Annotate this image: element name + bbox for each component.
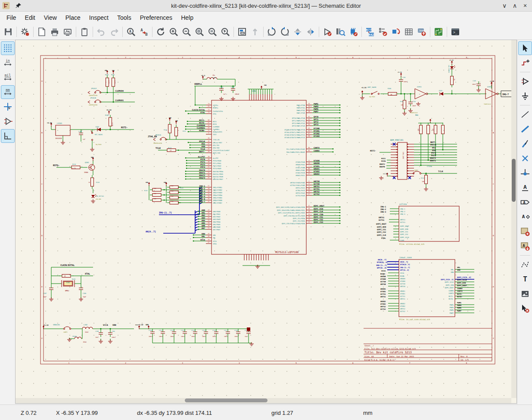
mirror-h-button[interactable]	[304, 25, 317, 38]
update-symbols-button[interactable]	[389, 25, 402, 38]
svg-text:VDD: VDD	[169, 117, 171, 119]
junction-button[interactable]	[518, 166, 532, 180]
maximize-button[interactable]: ∧	[510, 0, 520, 11]
schematic-drawing[interactable]: 1122334455667788AABBCCDDEEFFSheet: /File…	[16, 40, 516, 403]
horizontal-scroll-thumb[interactable]	[185, 398, 268, 402]
zoom-selection-button[interactable]	[219, 25, 232, 38]
zoom-in-button[interactable]	[167, 25, 180, 38]
edit-symbol-button[interactable]	[321, 25, 334, 38]
zoom-objects-button[interactable]	[206, 25, 219, 38]
svg-text:80: 80	[208, 174, 210, 176]
svg-text:VCCA: VCCA	[103, 324, 108, 326]
window-title: kit-dev-coldfire-xilinx_5213 [kit-dev-co…	[0, 3, 532, 9]
hier-label-button[interactable]: A	[518, 210, 532, 224]
svg-text:IRQ-[1..7]: IRQ-[1..7]	[400, 266, 410, 269]
undo-icon	[96, 27, 106, 37]
svg-text:PST3/PDD3: PST3/PDD3	[213, 168, 221, 170]
global-label-button[interactable]: A	[518, 195, 532, 209]
find-replace-button[interactable]: AB	[137, 25, 150, 38]
svg-text:A: A	[523, 244, 525, 248]
schematic-canvas[interactable]: 1122334455667788AABBCCDDEEFFSheet: /File…	[15, 40, 517, 404]
hier-sheet-button[interactable]	[518, 225, 532, 238]
svg-text:BDM_PORT101: BDM_PORT101	[390, 139, 404, 142]
unit-in-button[interactable]: in	[1, 56, 15, 70]
page-setup-button[interactable]	[35, 25, 48, 38]
toolbar-separator	[152, 27, 152, 37]
delete-button[interactable]	[518, 302, 532, 315]
zoom-out-button[interactable]	[180, 25, 193, 38]
place-power-button[interactable]	[518, 89, 532, 103]
menu-place[interactable]: Place	[62, 13, 84, 22]
paste-button[interactable]	[78, 25, 91, 38]
find-button[interactable]: A	[124, 25, 137, 38]
menu-preferences[interactable]: Preferences	[136, 13, 176, 22]
svg-text:AN1: AN1	[202, 212, 205, 214]
net-label-button[interactable]: A	[518, 181, 532, 195]
menu-edit[interactable]: Edit	[21, 13, 39, 22]
svg-text:DDAT0: DDAT0	[199, 169, 205, 171]
svg-text:30: 30	[208, 137, 210, 139]
svg-text:1: 1	[68, 56, 70, 59]
vertical-scroll-thumb[interactable]	[512, 159, 516, 202]
draw-lines-button[interactable]	[518, 258, 532, 272]
pcb-editor-button[interactable]	[432, 25, 445, 38]
print-button[interactable]	[48, 25, 61, 38]
ortho-drawing-button[interactable]	[1, 129, 15, 143]
browse-symbols-button[interactable]	[334, 25, 347, 38]
zoom-page-button[interactable]	[193, 25, 206, 38]
erc-icon	[378, 27, 388, 37]
mirror-v-button[interactable]	[291, 25, 304, 38]
hierarchy-button[interactable]	[236, 25, 249, 38]
horizontal-scrollbar[interactable]	[16, 398, 511, 403]
svg-text:R110: R110	[144, 190, 147, 191]
menu-view[interactable]: View	[40, 13, 61, 22]
save-button[interactable]	[2, 25, 15, 38]
svg-text:MCON-: MCON-	[199, 130, 205, 132]
no-connect-button[interactable]	[518, 151, 532, 165]
bom-button[interactable]: .bom	[415, 25, 428, 38]
find-replace-icon: AB	[139, 27, 149, 37]
refresh-button[interactable]	[154, 25, 167, 38]
minimize-button[interactable]: ∨	[499, 0, 510, 11]
leave-sheet-button[interactable]	[249, 25, 261, 38]
rotate-ccw-button[interactable]	[265, 25, 278, 38]
unit-mil-button[interactable]: mil	[1, 71, 15, 84]
svg-text:DTIN[0..3]: DTIN[0..3]	[400, 263, 410, 266]
grid-button[interactable]	[1, 41, 15, 55]
vertical-scrollbar[interactable]	[511, 40, 516, 398]
erc-button[interactable]	[376, 25, 389, 38]
bus-entry-button[interactable]	[518, 137, 532, 151]
hidden-pins-button[interactable]	[1, 114, 15, 128]
highlight-net-button[interactable]	[518, 56, 532, 70]
edit-footprint-button[interactable]	[347, 25, 360, 38]
unit-mm-button[interactable]: mm	[1, 85, 15, 99]
wire-button[interactable]	[518, 108, 532, 121]
settings-button[interactable]	[19, 25, 31, 38]
annotate-button[interactable]: R??R42	[364, 25, 376, 38]
close-button[interactable]: ×	[520, 0, 530, 11]
menu-file[interactable]: File	[3, 13, 20, 22]
console-button[interactable]: >_	[449, 25, 462, 38]
menu-inspect[interactable]: Inspect	[85, 13, 112, 22]
text-button[interactable]: T	[518, 272, 532, 286]
svg-text:URTS1: URTS1	[380, 296, 386, 298]
bus-button[interactable]	[518, 122, 532, 136]
menu-help[interactable]: Help	[177, 13, 197, 22]
svg-text:4.7K: 4.7K	[108, 80, 110, 83]
plot-button[interactable]	[61, 25, 74, 38]
rotate-cw-button[interactable]	[278, 25, 291, 38]
svg-text:>_: >_	[453, 31, 457, 34]
cursor-shape-button[interactable]	[1, 100, 15, 114]
image-button[interactable]	[518, 287, 532, 301]
menu-tools[interactable]: Tools	[113, 13, 135, 22]
svg-text:13: 13	[308, 219, 310, 220]
svg-text:10K: 10K	[171, 190, 174, 192]
place-symbol-button[interactable]	[518, 74, 532, 88]
undo-button[interactable]	[95, 25, 108, 38]
sheet-pin-button[interactable]: A	[518, 239, 532, 253]
svg-text:DDAT1: DDAT1	[430, 160, 436, 162]
fields-table-button[interactable]	[402, 25, 415, 38]
svg-text:42: 42	[208, 127, 210, 129]
select-button[interactable]	[518, 41, 532, 55]
redo-button[interactable]	[108, 25, 121, 38]
